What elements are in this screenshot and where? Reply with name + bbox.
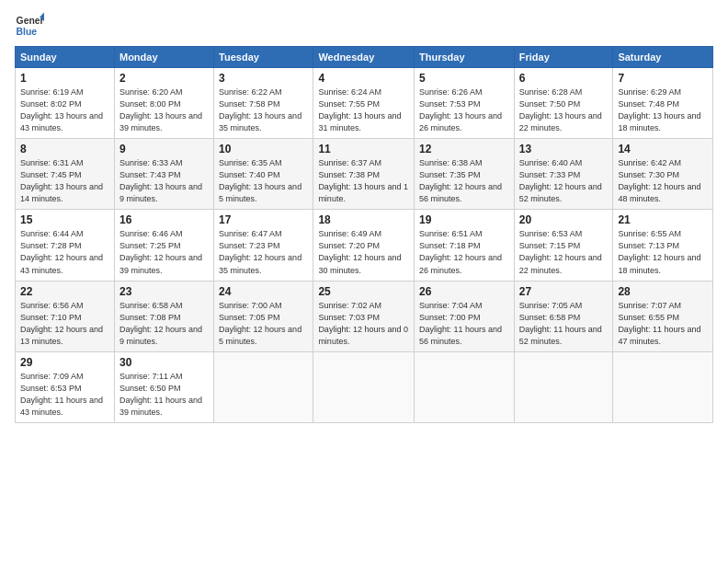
weekday-header-thursday: Thursday — [415, 47, 515, 68]
day-number: 10 — [219, 143, 308, 155]
day-number: 30 — [119, 356, 209, 369]
calendar-cell: 12Sunrise: 6:38 AMSunset: 7:35 PMDayligh… — [415, 139, 515, 210]
calendar-cell: 9Sunrise: 6:33 AMSunset: 7:43 PMDaylight… — [114, 139, 213, 210]
calendar-cell: 22Sunrise: 6:56 AMSunset: 7:10 PMDayligh… — [16, 281, 115, 351]
calendar-cell: 16Sunrise: 6:46 AMSunset: 7:25 PMDayligh… — [114, 210, 213, 281]
calendar-cell: 8Sunrise: 6:31 AMSunset: 7:45 PMDaylight… — [16, 139, 115, 210]
calendar-cell: 1Sunrise: 6:19 AMSunset: 8:02 PMDaylight… — [16, 68, 115, 139]
calendar-cell: 26Sunrise: 7:04 AMSunset: 7:00 PMDayligh… — [415, 281, 515, 351]
calendar-cell: 6Sunrise: 6:28 AMSunset: 7:50 PMDaylight… — [514, 68, 613, 139]
calendar-cell: 23Sunrise: 6:58 AMSunset: 7:08 PMDayligh… — [114, 281, 213, 351]
calendar-cell: 5Sunrise: 6:26 AMSunset: 7:53 PMDaylight… — [415, 68, 515, 139]
day-number: 18 — [318, 213, 409, 226]
day-number: 28 — [618, 285, 708, 298]
calendar-cell — [514, 351, 613, 422]
day-number: 9 — [119, 143, 209, 155]
day-info: Sunrise: 6:20 AMSunset: 8:00 PMDaylight:… — [119, 86, 209, 134]
calendar-cell: 21Sunrise: 6:55 AMSunset: 7:13 PMDayligh… — [613, 210, 713, 281]
day-info: Sunrise: 6:55 AMSunset: 7:13 PMDaylight:… — [618, 228, 708, 276]
day-info: Sunrise: 6:46 AMSunset: 7:25 PMDaylight:… — [119, 228, 209, 276]
day-info: Sunrise: 6:42 AMSunset: 7:30 PMDaylight:… — [618, 157, 708, 205]
day-info: Sunrise: 7:00 AMSunset: 7:05 PMDaylight:… — [219, 300, 308, 348]
day-number: 22 — [20, 285, 109, 298]
day-info: Sunrise: 6:33 AMSunset: 7:43 PMDaylight:… — [119, 157, 209, 205]
calendar-cell: 13Sunrise: 6:40 AMSunset: 7:33 PMDayligh… — [514, 139, 613, 210]
calendar-cell: 11Sunrise: 6:37 AMSunset: 7:38 PMDayligh… — [313, 139, 415, 210]
logo-icon: General Blue — [15, 11, 44, 40]
day-info: Sunrise: 6:22 AMSunset: 7:58 PMDaylight:… — [219, 86, 308, 134]
week-row-4: 22Sunrise: 6:56 AMSunset: 7:10 PMDayligh… — [16, 281, 713, 351]
day-number: 19 — [419, 213, 509, 226]
day-info: Sunrise: 6:44 AMSunset: 7:28 PMDaylight:… — [20, 228, 109, 276]
weekday-header-saturday: Saturday — [613, 47, 713, 68]
day-number: 2 — [119, 72, 209, 85]
logo: General Blue — [15, 11, 44, 40]
calendar-cell: 14Sunrise: 6:42 AMSunset: 7:30 PMDayligh… — [613, 139, 713, 210]
calendar: SundayMondayTuesdayWednesdayThursdayFrid… — [15, 46, 713, 423]
week-row-1: 1Sunrise: 6:19 AMSunset: 8:02 PMDaylight… — [16, 68, 713, 139]
calendar-cell: 7Sunrise: 6:29 AMSunset: 7:48 PMDaylight… — [613, 68, 713, 139]
day-number: 25 — [318, 285, 409, 298]
calendar-cell: 10Sunrise: 6:35 AMSunset: 7:40 PMDayligh… — [214, 139, 313, 210]
day-info: Sunrise: 7:11 AMSunset: 6:50 PMDaylight:… — [119, 371, 209, 419]
day-info: Sunrise: 6:31 AMSunset: 7:45 PMDaylight:… — [20, 157, 109, 205]
week-row-5: 29Sunrise: 7:09 AMSunset: 6:53 PMDayligh… — [16, 351, 713, 422]
calendar-cell: 2Sunrise: 6:20 AMSunset: 8:00 PMDaylight… — [114, 68, 213, 139]
day-number: 13 — [519, 143, 609, 155]
day-info: Sunrise: 6:37 AMSunset: 7:38 PMDaylight:… — [318, 157, 409, 205]
calendar-cell — [613, 351, 713, 422]
weekday-header-wednesday: Wednesday — [313, 47, 415, 68]
calendar-cell — [415, 351, 515, 422]
calendar-cell: 4Sunrise: 6:24 AMSunset: 7:55 PMDaylight… — [313, 68, 415, 139]
day-info: Sunrise: 6:29 AMSunset: 7:48 PMDaylight:… — [618, 86, 708, 134]
day-info: Sunrise: 6:19 AMSunset: 8:02 PMDaylight:… — [20, 86, 109, 134]
calendar-cell: 15Sunrise: 6:44 AMSunset: 7:28 PMDayligh… — [16, 210, 115, 281]
weekday-header-monday: Monday — [114, 47, 213, 68]
week-row-3: 15Sunrise: 6:44 AMSunset: 7:28 PMDayligh… — [16, 210, 713, 281]
day-info: Sunrise: 6:47 AMSunset: 7:23 PMDaylight:… — [219, 228, 308, 276]
day-number: 29 — [20, 356, 109, 369]
day-info: Sunrise: 7:02 AMSunset: 7:03 PMDaylight:… — [318, 300, 409, 348]
day-info: Sunrise: 6:28 AMSunset: 7:50 PMDaylight:… — [519, 86, 609, 134]
day-number: 3 — [219, 72, 308, 85]
day-number: 16 — [119, 213, 209, 226]
day-info: Sunrise: 6:26 AMSunset: 7:53 PMDaylight:… — [419, 86, 509, 134]
day-number: 5 — [419, 72, 509, 85]
calendar-cell: 17Sunrise: 6:47 AMSunset: 7:23 PMDayligh… — [214, 210, 313, 281]
weekday-header-row: SundayMondayTuesdayWednesdayThursdayFrid… — [16, 47, 713, 68]
day-info: Sunrise: 6:35 AMSunset: 7:40 PMDaylight:… — [219, 157, 308, 205]
day-info: Sunrise: 7:09 AMSunset: 6:53 PMDaylight:… — [20, 371, 109, 419]
day-number: 4 — [318, 72, 409, 85]
day-number: 23 — [119, 285, 209, 298]
page: General Blue SundayMondayTuesdayWednesda… — [0, 0, 728, 563]
calendar-cell — [214, 351, 313, 422]
day-info: Sunrise: 6:24 AMSunset: 7:55 PMDaylight:… — [318, 86, 409, 134]
day-info: Sunrise: 6:56 AMSunset: 7:10 PMDaylight:… — [20, 300, 109, 348]
calendar-cell: 25Sunrise: 7:02 AMSunset: 7:03 PMDayligh… — [313, 281, 415, 351]
svg-text:Blue: Blue — [17, 27, 38, 37]
day-number: 27 — [519, 285, 609, 298]
day-info: Sunrise: 6:40 AMSunset: 7:33 PMDaylight:… — [519, 157, 609, 205]
day-number: 6 — [519, 72, 609, 85]
header: General Blue — [15, 11, 713, 40]
day-info: Sunrise: 6:38 AMSunset: 7:35 PMDaylight:… — [419, 157, 509, 205]
weekday-header-tuesday: Tuesday — [214, 47, 313, 68]
day-number: 20 — [519, 213, 609, 226]
day-number: 17 — [219, 213, 308, 226]
day-number: 14 — [618, 143, 708, 155]
day-number: 21 — [618, 213, 708, 226]
weekday-header-sunday: Sunday — [16, 47, 115, 68]
calendar-cell: 19Sunrise: 6:51 AMSunset: 7:18 PMDayligh… — [415, 210, 515, 281]
calendar-cell: 30Sunrise: 7:11 AMSunset: 6:50 PMDayligh… — [114, 351, 213, 422]
day-info: Sunrise: 6:58 AMSunset: 7:08 PMDaylight:… — [119, 300, 209, 348]
day-info: Sunrise: 7:04 AMSunset: 7:00 PMDaylight:… — [419, 300, 509, 348]
svg-text:General: General — [17, 16, 44, 26]
calendar-cell: 3Sunrise: 6:22 AMSunset: 7:58 PMDaylight… — [214, 68, 313, 139]
day-number: 7 — [618, 72, 708, 85]
calendar-cell: 20Sunrise: 6:53 AMSunset: 7:15 PMDayligh… — [514, 210, 613, 281]
day-info: Sunrise: 6:53 AMSunset: 7:15 PMDaylight:… — [519, 228, 609, 276]
day-number: 12 — [419, 143, 509, 155]
day-info: Sunrise: 7:05 AMSunset: 6:58 PMDaylight:… — [519, 300, 609, 348]
calendar-cell: 29Sunrise: 7:09 AMSunset: 6:53 PMDayligh… — [16, 351, 115, 422]
day-info: Sunrise: 7:07 AMSunset: 6:55 PMDaylight:… — [618, 300, 708, 348]
